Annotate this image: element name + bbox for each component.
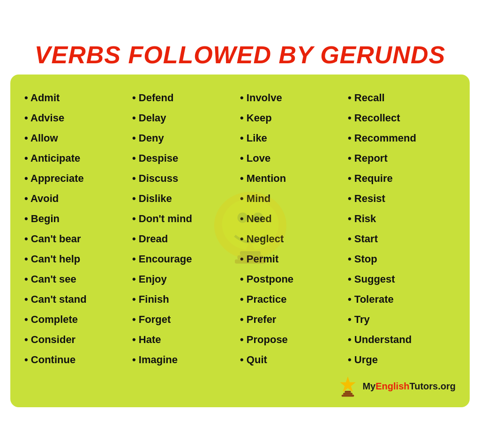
word-item: Begin [24,209,132,229]
word-item: Stop [348,249,456,269]
page-title: VERBS FOLLOWED BY GERUNDS [10,41,470,69]
content-card: AdmitAdviseAllowAnticipateAppreciateAvoi… [10,75,470,407]
svg-marker-8 [340,376,356,392]
word-item: Recommend [348,128,456,148]
svg-rect-4 [240,251,261,255]
word-item: Urge [348,350,456,370]
word-item: Resist [348,188,456,209]
word-item: Deny [132,128,240,148]
word-item: Can't see [24,269,132,289]
word-item: Suggest [348,269,456,289]
word-item: Admit [24,88,132,108]
word-item: Understand [348,329,456,350]
word-item: Despise [132,148,240,168]
column-1: AdmitAdviseAllowAnticipateAppreciateAvoi… [24,88,132,370]
word-item: Propose [240,329,348,350]
word-item: Complete [24,309,132,329]
word-item: Finish [132,289,240,309]
footer: MyEnglishTutors.org [24,374,456,398]
word-item: Hate [132,329,240,350]
word-item: Involve [240,88,348,108]
page-container: VERBS FOLLOWED BY GERUNDS AdmitAdviseAll… [6,36,474,412]
footer-icon [336,374,360,398]
word-item: Quit [240,350,348,370]
word-item: Like [240,128,348,148]
svg-rect-6 [235,260,266,264]
word-item: Allow [24,128,132,148]
word-item: Recollect [348,108,456,128]
word-item: Appreciate [24,168,132,188]
word-item: Report [348,148,456,168]
word-item: Can't stand [24,289,132,309]
footer-text: MyEnglishTutors.org [362,381,456,392]
word-item: Love [240,148,348,168]
word-item: Forget [132,309,240,329]
word-item: Tolerate [348,289,456,309]
svg-point-2 [238,213,248,223]
svg-rect-10 [343,393,352,395]
svg-point-3 [253,213,263,223]
word-item: Consider [24,329,132,350]
word-item: Try [348,309,456,329]
word-item: Keep [240,108,348,128]
word-item: Advise [24,108,132,128]
word-item: Defend [132,88,240,108]
word-item: Continue [24,350,132,370]
word-item: Recall [348,88,456,108]
word-item: Risk [348,209,456,229]
word-item: Start [348,229,456,249]
word-item: Can't help [24,249,132,269]
svg-rect-5 [238,255,263,260]
word-item: Delay [132,108,240,128]
watermark-icon [199,184,302,287]
word-item: Avoid [24,188,132,209]
svg-rect-9 [345,391,351,393]
footer-logo: MyEnglishTutors.org [336,374,456,398]
column-4: RecallRecollectRecommendReportRequireRes… [348,88,456,370]
word-item: Anticipate [24,148,132,168]
word-item: Prefer [240,309,348,329]
word-item: Practice [240,289,348,309]
svg-rect-11 [342,395,354,396]
word-item: Imagine [132,350,240,370]
word-item: Can't bear [24,229,132,249]
word-item: Require [348,168,456,188]
